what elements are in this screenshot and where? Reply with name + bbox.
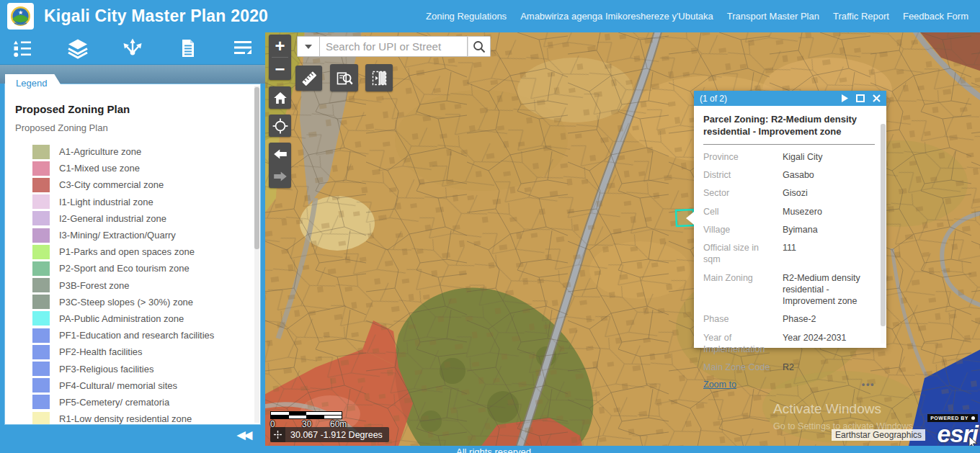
legend-label: P2-Sport and Eco tourism zone [59, 263, 190, 274]
popup-title: Parcel Zoning: R2-Medium density residen… [703, 113, 875, 138]
legend-swatch [32, 278, 50, 292]
popup-next-feature-button[interactable] [842, 94, 848, 102]
legend-swatch [32, 395, 50, 409]
legend-item: P1-Parks and open spaces zone [32, 243, 250, 260]
home-extent-button[interactable] [269, 86, 291, 109]
attribute-value: R2-Medium density residential - Improvem… [783, 272, 875, 308]
legend-swatch [32, 245, 50, 259]
previous-extent-button[interactable] [269, 143, 291, 166]
share-widget-button[interactable] [120, 36, 145, 60]
popup-maximize-button[interactable] [856, 94, 865, 102]
attribute-value: Musezero [783, 206, 875, 217]
my-location-button[interactable] [269, 115, 291, 137]
popup-attribute-row: CellMusezero [703, 202, 875, 220]
legend-label: PA-Public Administration zone [59, 313, 184, 324]
nav-link[interactable]: Traffic Report [833, 11, 889, 22]
legend-swatch [32, 161, 50, 176]
sidebar: Legend Proposed Zoning Plan Proposed Zon… [0, 32, 265, 453]
attribute-label: Main Zone Code [703, 362, 777, 373]
play-next-icon [842, 94, 848, 102]
zoom-out-button[interactable]: − [269, 58, 291, 80]
legend-swatch [32, 178, 50, 192]
legend-scrollbar[interactable] [254, 86, 259, 423]
locate-crosshair-icon [272, 117, 289, 135]
popup-close-button[interactable] [873, 94, 881, 102]
app-header: ★ Kigali City Master Plan 2020 Zoning Re… [0, 0, 980, 32]
legend-item: I3-Mining/ Extraction/Quarry [32, 227, 250, 243]
popup-pointer [686, 212, 694, 225]
share-icon [122, 37, 143, 59]
coordinate-capture-icon[interactable] [270, 427, 285, 442]
legend-label: I3-Mining/ Extraction/Quarry [59, 230, 176, 241]
popup-pager: (1 of 2) [700, 94, 727, 104]
legend-label: C3-City commercial zone [59, 179, 164, 190]
attribute-label: Year of Implementation [703, 332, 777, 356]
zoom-in-button[interactable]: + [269, 35, 291, 57]
header-nav: Zoning RegulationsAmabwiriza agenga Imik… [426, 11, 980, 22]
legend-label: PF4-Cultural/ memorial sites [59, 380, 177, 391]
legend-label: P1-Parks and open spaces zone [59, 246, 195, 257]
popup-attribute-row: VillageByimana [703, 220, 875, 238]
attribute-value: Byimana [783, 224, 875, 236]
search-button[interactable] [468, 36, 491, 57]
popup-scrollbar[interactable] [881, 124, 886, 344]
legend-item: PF2-Health facilities [32, 344, 250, 360]
identify-search-icon [334, 68, 354, 88]
legend-swatch [32, 311, 50, 326]
nav-link[interactable]: Feedback Form [903, 11, 968, 22]
popup-scrollbar-thumb[interactable] [881, 124, 886, 326]
maximize-icon [856, 94, 865, 102]
legend-layer-label: Proposed Zoning Plan [15, 122, 250, 133]
zoom-to-link[interactable]: Zoom to [703, 380, 736, 390]
legend-item: PF4-Cultural/ memorial sites [32, 377, 250, 394]
attribute-value: Gisozi [783, 187, 875, 199]
details-widget-button[interactable] [231, 36, 255, 60]
report-widget-button[interactable] [176, 36, 200, 60]
identify-tool-button[interactable] [330, 64, 358, 91]
swipe-tool-button[interactable] [365, 64, 393, 91]
footer-bar: All rights reserved [265, 446, 980, 453]
popup-header[interactable]: (1 of 2) [694, 91, 886, 106]
legend-item: I2-General industrial zone [32, 210, 250, 227]
nav-link[interactable]: Transport Master Plan [727, 11, 819, 22]
footer-text: All rights reserved [456, 447, 980, 453]
attribute-value: 111 [783, 242, 875, 266]
attribute-label: Phase [703, 313, 777, 325]
legend-label: A1-Agriculture zone [59, 146, 141, 157]
legend-label: I1-Light industrial zone [59, 197, 153, 207]
measure-tool-button[interactable] [295, 66, 322, 91]
sidebar-collapse-button[interactable]: ◀◀ [237, 429, 251, 441]
document-icon [177, 37, 199, 59]
legend-swatch [32, 378, 50, 393]
search-source-dropdown[interactable] [297, 36, 319, 57]
attribute-label: Main Zoning [703, 272, 777, 308]
popup-more-options-button[interactable]: ••• [862, 382, 875, 387]
nav-link[interactable]: Zoning Regulations [426, 11, 507, 22]
popup-attribute-row: DistrictGasabo [703, 166, 875, 184]
map-canvas[interactable]: + − [265, 32, 980, 446]
search-input[interactable] [319, 36, 468, 57]
legend-items: A1-Agriculture zoneC1-Mixed use zoneC3-C… [15, 143, 250, 425]
swipe-icon [370, 68, 389, 88]
legend-widget-button[interactable] [10, 36, 35, 60]
legend-label: PF2-Health facilities [59, 346, 143, 357]
nav-link[interactable]: Amabwiriza agenga Imikoreshereze y'Ubuta… [520, 11, 713, 22]
popup-attribute-row: PhasePhase-2 [703, 310, 875, 328]
widget-toolbar [0, 32, 265, 65]
legend-item: PF3-Religious facilities [32, 360, 250, 377]
legend-panel: Proposed Zoning Plan Proposed Zoning Pla… [4, 84, 261, 425]
legend-swatch [32, 345, 50, 359]
attribute-label: Sector [703, 187, 777, 199]
layers-widget-button[interactable] [66, 36, 90, 60]
layers-icon [67, 37, 89, 59]
popup-attribute-row: Main Zone CodeR2 [703, 359, 875, 377]
legend-item: P3B-Forest zone [32, 277, 250, 294]
legend-scrollbar-thumb[interactable] [254, 87, 259, 249]
page-title: Kigali City Master Plan 2020 [44, 6, 268, 26]
menu-lines-icon [232, 37, 254, 59]
legend-label: R1-Low density residential zone [59, 413, 192, 424]
map-column: + − [265, 32, 980, 453]
next-extent-button[interactable] [269, 166, 291, 188]
search-icon [473, 40, 486, 53]
feature-popup: (1 of 2) [694, 91, 886, 348]
